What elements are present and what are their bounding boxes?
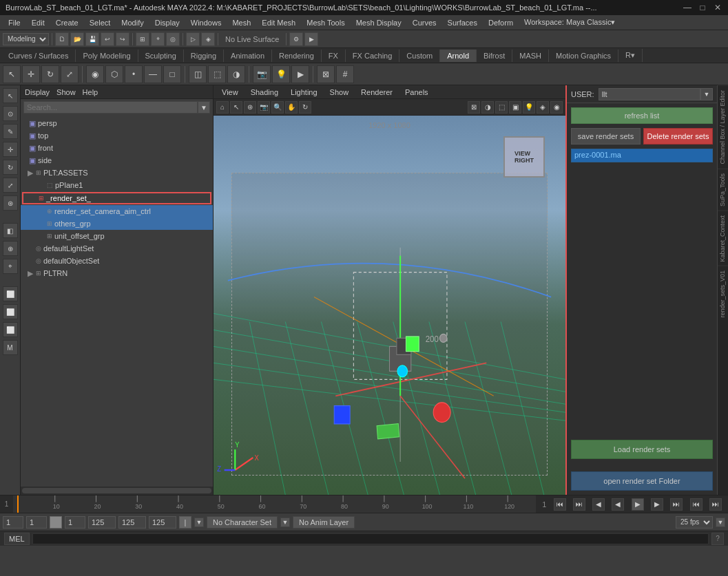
- vt-snap-button[interactable]: ⊛: [244, 101, 256, 114]
- lasso-select-button[interactable]: ⊙: [3, 106, 18, 121]
- vp-menu-shading[interactable]: Shading: [245, 87, 284, 98]
- edge-button[interactable]: —: [144, 65, 162, 83]
- vp-menu-show[interactable]: Show: [324, 87, 355, 98]
- range-end-field[interactable]: [118, 516, 146, 529]
- vt-select-button[interactable]: ↖: [230, 101, 242, 114]
- save-button[interactable]: 💾: [85, 32, 99, 46]
- modtab-motion-graphics[interactable]: Motion Graphics: [549, 50, 618, 62]
- tl-next-key-button[interactable]: ⏭: [670, 498, 683, 511]
- outliner-item-default-object-set[interactable]: ◎ defaultObjectSet: [21, 255, 213, 267]
- vt-texture-button[interactable]: ▣: [509, 101, 521, 114]
- refresh-list-button[interactable]: refresh list: [571, 107, 713, 124]
- menu-windows[interactable]: Windows: [185, 17, 227, 28]
- outliner-item-pltrn[interactable]: ▶ ⊞ PLTRN: [21, 267, 213, 279]
- no-anim-layer-button[interactable]: No Anim Layer: [293, 516, 355, 529]
- move-tool-button[interactable]: ✛: [22, 65, 40, 83]
- menu-workspace[interactable]: Workspace: Maya Classic▾: [519, 17, 621, 28]
- vt-orbit-button[interactable]: ↻: [299, 101, 311, 114]
- select-mode-button[interactable]: ▷: [186, 32, 200, 46]
- channel-box-label[interactable]: Channel Box / Layer Editor: [718, 85, 728, 169]
- outliner-h-scrollbar[interactable]: [21, 487, 213, 495]
- outliner-item-side[interactable]: ▣ side: [21, 154, 213, 167]
- modtab-bifrost[interactable]: Bifrost: [477, 50, 512, 62]
- outliner-item-plt-assets[interactable]: ▶ ⊞ PLT:ASSETS: [21, 167, 213, 179]
- display-mode-button[interactable]: ◫: [189, 65, 207, 83]
- modtab-rigging[interactable]: Rigging: [184, 50, 224, 62]
- outliner-display-menu[interactable]: Display: [25, 88, 50, 96]
- vt-home-button[interactable]: ⌂: [216, 101, 229, 114]
- vt-ao-button[interactable]: ◉: [550, 101, 563, 114]
- delete-render-sets-button[interactable]: Delete render sets: [643, 128, 713, 145]
- outliner-item-persp[interactable]: ▣ persp: [21, 117, 213, 129]
- outliner-item-top[interactable]: ▣ top: [21, 129, 213, 142]
- object-center-button[interactable]: ⊕: [3, 241, 18, 256]
- tl-back-button[interactable]: ◀: [612, 498, 624, 511]
- anim-layer-arrow[interactable]: ▼: [280, 518, 290, 527]
- render-button[interactable]: ▶: [304, 32, 318, 46]
- h-scrollbar-track[interactable]: [22, 488, 211, 493]
- supa-tools-label[interactable]: SuPa_Tools: [718, 169, 728, 211]
- vt-xray-button[interactable]: ⊠: [468, 101, 480, 114]
- wireframe-button[interactable]: ⬚: [208, 65, 226, 83]
- scale-tool-button[interactable]: ⤢: [61, 65, 79, 83]
- render-sets-label[interactable]: render_sets_V01: [718, 266, 728, 322]
- char-set-arrow[interactable]: ▼: [194, 518, 204, 527]
- mode-select[interactable]: Modeling: [3, 33, 49, 45]
- render-view-button[interactable]: ▶: [291, 65, 309, 83]
- menu-display[interactable]: Display: [149, 17, 185, 28]
- modtab-rendering[interactable]: Rendering: [272, 50, 322, 62]
- undo-button[interactable]: ↩: [101, 32, 114, 46]
- current-frame-field[interactable]: [3, 516, 23, 529]
- redo-button[interactable]: ↪: [116, 32, 129, 46]
- vp-menu-panels[interactable]: Panels: [399, 87, 434, 98]
- outliner-show-menu[interactable]: Show: [56, 88, 76, 96]
- vp-menu-view[interactable]: View: [216, 87, 244, 98]
- render-settings-button[interactable]: ⚙: [289, 32, 303, 46]
- frame-field-6[interactable]: [149, 516, 176, 529]
- snap-point-button[interactable]: ◎: [166, 32, 180, 46]
- shelf-button-1[interactable]: ⬜: [3, 286, 18, 301]
- rotate-tool-button[interactable]: ↻: [41, 65, 59, 83]
- menu-deform[interactable]: Deform: [483, 17, 519, 28]
- modtab-sculpting[interactable]: Sculpting: [138, 50, 184, 62]
- menu-modify[interactable]: Modify: [116, 17, 149, 28]
- shelf-button-4[interactable]: M: [3, 340, 18, 355]
- modtab-fx-caching[interactable]: FX Caching: [346, 50, 399, 62]
- select-arrow-button[interactable]: ↖: [3, 88, 18, 103]
- tl-play-button[interactable]: ▶: [632, 498, 644, 511]
- vt-zoom-button[interactable]: 🔍: [271, 101, 284, 114]
- tl-step-back-button[interactable]: ◀: [592, 498, 605, 511]
- char-set-icon[interactable]: |: [179, 516, 191, 529]
- vt-shadow-button[interactable]: ◈: [537, 101, 549, 114]
- vt-wireframe-button[interactable]: ⬚: [495, 101, 508, 114]
- vt-pan-button[interactable]: ✋: [285, 101, 298, 114]
- render-set-item[interactable]: prez-0001.ma: [574, 151, 709, 159]
- vp-menu-renderer[interactable]: Renderer: [355, 87, 398, 98]
- vp-menu-lighting[interactable]: Lighting: [285, 87, 323, 98]
- tl-last-frame-button[interactable]: ⏮: [690, 498, 703, 511]
- tl-prev-key-button[interactable]: ⏭: [573, 498, 585, 511]
- light-button[interactable]: 💡: [272, 65, 290, 83]
- menu-edit-mesh[interactable]: Edit Mesh: [256, 17, 301, 28]
- outliner-item-camera-aim[interactable]: ⊕ render_set_camera_aim_ctrl: [21, 205, 213, 217]
- no-character-set-button[interactable]: No Character Set: [207, 516, 278, 529]
- save-render-sets-button[interactable]: save render sets: [571, 128, 641, 145]
- load-render-sets-button[interactable]: Load render sets: [571, 440, 713, 459]
- modtab-arnold[interactable]: Arnold: [440, 50, 477, 62]
- lasso-button[interactable]: ◈: [201, 32, 215, 46]
- move-left-button[interactable]: ✛: [3, 142, 18, 157]
- modtab-curves-surfaces[interactable]: Curves / Surfaces: [1, 50, 76, 62]
- menu-select[interactable]: Select: [84, 17, 116, 28]
- camera-button[interactable]: 📷: [253, 65, 271, 83]
- frame-field-3[interactable]: [65, 516, 85, 529]
- menu-mesh-display[interactable]: Mesh Display: [351, 17, 407, 28]
- minimize-button[interactable]: —: [683, 3, 692, 12]
- modtab-poly-modeling[interactable]: Poly Modeling: [76, 50, 138, 62]
- outliner-help-menu[interactable]: Help: [83, 88, 98, 96]
- menu-mesh-tools[interactable]: Mesh Tools: [301, 17, 350, 28]
- vt-lighting-button[interactable]: 💡: [523, 101, 535, 114]
- snap-curve-button[interactable]: ⌖: [151, 32, 165, 46]
- modtab-animation[interactable]: Animation: [224, 50, 272, 62]
- tl-forward-button[interactable]: ▶: [651, 498, 663, 511]
- field2[interactable]: [26, 516, 47, 529]
